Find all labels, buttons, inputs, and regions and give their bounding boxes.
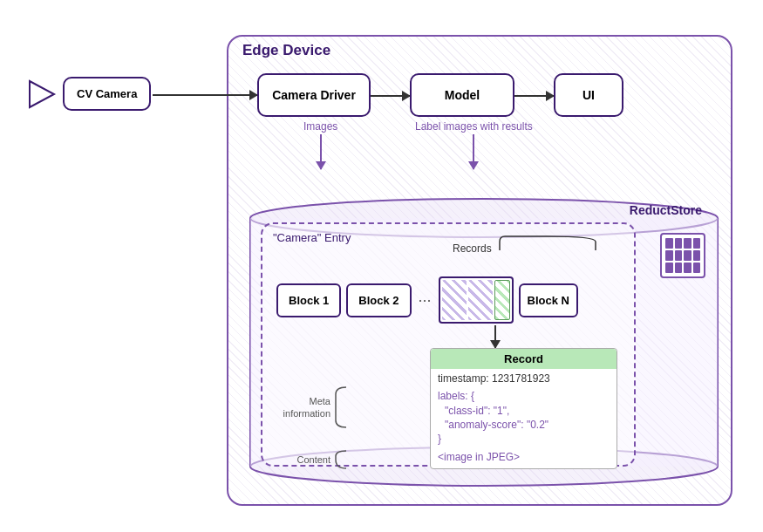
record-header: Record xyxy=(431,349,617,369)
meta-label: Metainformation xyxy=(269,395,330,420)
block-dots: ··· xyxy=(419,291,432,310)
svg-marker-0 xyxy=(30,81,54,107)
hatched-blocks-group xyxy=(439,276,514,324)
arrow-model-to-ui xyxy=(514,95,554,97)
reductstore-cylinder: ReductStore "Camera" Entry Records xyxy=(249,196,719,493)
cv-camera-box: CV Camera xyxy=(63,77,151,111)
content-brace-icon xyxy=(334,449,348,470)
diagram-container: Edge Device CV Camera Camera Driver Mode… xyxy=(0,0,763,532)
image-content-row: <image in JPEG> xyxy=(431,448,617,468)
ui-box: UI xyxy=(554,73,623,117)
arrow-images-line xyxy=(320,134,322,169)
camera-triangle-icon xyxy=(26,78,59,111)
meta-label-group: Metainformation xyxy=(269,385,348,429)
camera-driver-box: Camera Driver xyxy=(257,73,371,117)
records-label: Records xyxy=(453,242,492,255)
hatched-block-1 xyxy=(442,280,467,320)
record-detail-box: Record timestamp: 1231781923 labels: { "… xyxy=(430,348,617,469)
arrow-driver-to-model xyxy=(371,95,410,97)
block1-box: Block 1 xyxy=(276,283,341,317)
cv-camera-group: CV Camera xyxy=(26,77,151,111)
images-label: Images xyxy=(303,120,337,133)
arrow-cv-camera-to-driver xyxy=(153,94,257,96)
content-label: Content xyxy=(269,454,330,465)
arrow-images-group: Images xyxy=(303,120,337,169)
block-n-box: Block N xyxy=(519,283,578,317)
timestamp-row: timestamp: 1231781923 xyxy=(431,369,617,388)
anomaly-score-row: "anomaly-score": "0.2" xyxy=(431,418,617,432)
closing-brace-row: } xyxy=(431,432,617,448)
edge-device-label: Edge Device xyxy=(242,42,330,59)
model-box: Model xyxy=(410,73,514,117)
camera-entry-box: "Camera" Entry Records Block 1 Block 2 xyxy=(261,222,636,467)
arrow-to-record xyxy=(494,325,496,348)
hatched-block-2 xyxy=(468,280,493,320)
reductstore-label: ReductStore xyxy=(630,203,702,217)
block2-box: Block 2 xyxy=(346,283,411,317)
content-label-group: Content xyxy=(269,449,348,470)
arrow-labels-group: Label images with results xyxy=(415,120,533,169)
hatched-block-green xyxy=(494,280,510,320)
arrow-labels-line xyxy=(473,134,474,169)
labels-row: labels: { xyxy=(431,388,617,404)
reductstore-icon xyxy=(660,233,705,278)
label-images-label: Label images with results xyxy=(415,120,533,133)
blocks-row: Block 1 Block 2 ··· Block N xyxy=(276,276,578,324)
meta-brace-icon xyxy=(334,385,348,429)
camera-entry-label: "Camera" Entry xyxy=(273,231,351,244)
class-id-row: "class-id": "1", xyxy=(431,404,617,418)
records-group: Records xyxy=(437,235,600,256)
records-brace xyxy=(495,235,600,252)
